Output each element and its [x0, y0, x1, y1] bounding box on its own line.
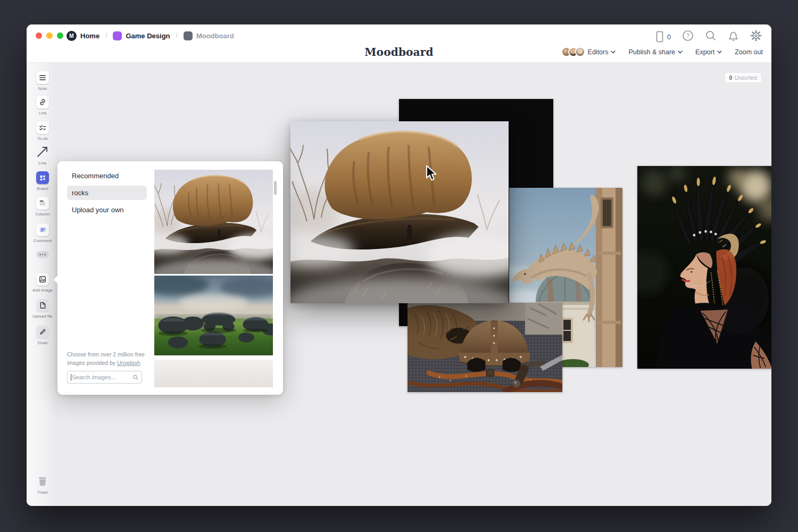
search-icon — [133, 375, 138, 380]
tool-label: To-do — [37, 136, 48, 141]
breadcrumb: M Home / Game Design / Moodboard — [66, 30, 234, 41]
unsplash-attribution: Choose from over 2 million free images p… — [67, 351, 145, 368]
breadcrumb-moodboard: Moodboard — [196, 32, 234, 40]
image-card-headdress-woman[interactable] — [637, 166, 771, 369]
search-button[interactable] — [705, 30, 717, 44]
draw-pencil-icon — [39, 328, 46, 336]
search-images-input[interactable] — [72, 374, 133, 380]
tool-label: Link — [39, 111, 47, 115]
menu-item-rocks[interactable]: rocks — [67, 186, 147, 200]
tool-upload-file[interactable]: Upload file — [27, 299, 59, 319]
svg-text:?: ? — [686, 32, 689, 39]
settings-button[interactable] — [750, 30, 762, 44]
link-icon — [39, 98, 46, 106]
tool-add-image[interactable]: Add image — [27, 273, 59, 293]
editors-label: Editors — [588, 48, 609, 56]
mouse-cursor — [426, 165, 437, 181]
gear-icon — [750, 30, 762, 41]
breadcrumb-separator: / — [105, 32, 107, 39]
chevron-down-icon — [678, 51, 683, 54]
unsorted-label: Unsorted — [734, 74, 757, 81]
tool-column[interactable]: Column — [27, 197, 59, 217]
result-image-partial[interactable] — [154, 360, 273, 387]
more-tools-icon — [36, 251, 49, 258]
close-window-button[interactable] — [36, 32, 42, 39]
phone-icon — [654, 31, 664, 43]
notifications-button[interactable] — [728, 30, 739, 44]
upload-file-icon — [39, 302, 46, 309]
arrow-line-icon — [36, 145, 49, 159]
help-button[interactable]: ? — [682, 30, 694, 44]
device-preview-control[interactable]: 0 — [654, 31, 671, 43]
note-icon — [39, 74, 46, 81]
image-picker-menu: Recommended rocks Upload your own — [67, 169, 147, 220]
result-image-balancing-rock[interactable] — [154, 170, 273, 274]
text-caret — [71, 374, 71, 381]
breadcrumb-home[interactable]: Home — [80, 32, 99, 40]
unsplash-link[interactable]: Unsplash — [117, 360, 140, 366]
publish-share-label: Publish & share — [628, 48, 675, 56]
device-count: 0 — [667, 33, 671, 41]
export-label: Export — [695, 48, 714, 56]
tool-note[interactable]: Note — [27, 71, 59, 91]
bell-icon — [728, 30, 739, 41]
scrollbar-thumb[interactable] — [274, 181, 277, 195]
help-icon: ? — [682, 30, 694, 41]
trash-label: Trash — [37, 490, 48, 495]
tool-board[interactable]: Board — [27, 171, 59, 191]
toolbar-sidebar: Note Link To-do Line Board Column — [27, 63, 59, 506]
search-icon — [705, 30, 717, 41]
add-image-icon — [39, 276, 46, 283]
menu-item-upload-your-own[interactable]: Upload your own — [67, 203, 147, 217]
trash-target[interactable]: Trash — [27, 475, 59, 495]
header: M Home / Game Design / Moodboard Moodboa… — [27, 24, 771, 63]
tool-label: Add image — [32, 288, 53, 293]
editors-menu[interactable]: Editors — [561, 47, 616, 57]
board-canvas[interactable]: 0 Unsorted — [27, 63, 771, 506]
minimize-window-button[interactable] — [46, 32, 53, 39]
tool-label: Line — [38, 161, 46, 165]
image-card-viking-helmet[interactable] — [408, 303, 562, 392]
image-results-list — [154, 161, 273, 395]
editor-avatars — [561, 47, 585, 57]
breadcrumb-separator: / — [176, 32, 178, 39]
zoom-window-button[interactable] — [57, 32, 63, 39]
tool-label: Column — [35, 212, 50, 217]
unsorted-badge[interactable]: 0 Unsorted — [725, 72, 762, 83]
tool-link[interactable]: Link — [27, 96, 59, 115]
board-chip-game-design[interactable] — [113, 31, 122, 40]
chevron-down-icon — [611, 51, 616, 54]
tool-line[interactable]: Line — [27, 145, 59, 165]
zoom-out-label: Zoom out — [735, 48, 763, 56]
board-chip-moodboard — [184, 31, 193, 40]
tool-draw[interactable]: Draw — [27, 326, 59, 345]
avatar — [575, 47, 585, 57]
milanote-logo[interactable]: M — [66, 31, 77, 41]
tool-more[interactable] — [27, 251, 59, 258]
result-image-dolmen-stones[interactable] — [154, 276, 273, 355]
comment-icon — [39, 226, 47, 234]
todo-icon — [39, 124, 46, 131]
tool-comment[interactable]: Comment — [27, 223, 59, 243]
menu-item-recommended[interactable]: Recommended — [67, 169, 147, 183]
popup-scrollbar[interactable] — [274, 165, 277, 390]
image-card-dragged-rock[interactable] — [290, 121, 509, 303]
window-controls — [36, 32, 63, 39]
board-icon — [39, 174, 46, 181]
tool-label: Upload file — [32, 314, 53, 319]
chevron-down-icon — [717, 51, 722, 54]
breadcrumb-game-design[interactable]: Game Design — [126, 32, 170, 40]
image-picker-popup: Recommended rocks Upload your own Choose… — [57, 161, 283, 395]
tool-label: Comment — [34, 238, 52, 243]
column-icon — [39, 200, 46, 207]
publish-share-menu[interactable]: Publish & share — [628, 48, 683, 56]
tool-label: Note — [38, 86, 47, 91]
tool-label: Board — [37, 186, 48, 191]
tool-todo[interactable]: To-do — [27, 121, 59, 141]
zoom-out-button[interactable]: Zoom out — [735, 48, 763, 56]
tool-label: Draw — [38, 340, 48, 345]
image-search-box[interactable] — [67, 371, 142, 384]
trash-icon — [36, 475, 49, 488]
app-window: M Home / Game Design / Moodboard Moodboa… — [27, 24, 771, 506]
export-menu[interactable]: Export — [695, 48, 722, 56]
